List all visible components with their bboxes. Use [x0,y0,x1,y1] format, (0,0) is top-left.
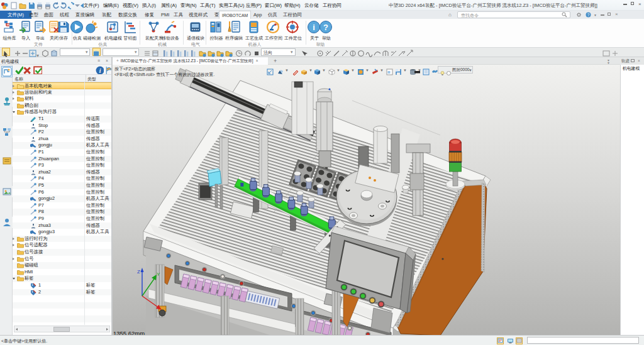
svg-text:按下<F2>动态的观察: 按下<F2>动态的观察 [114,66,155,72]
svg-text:i: i [99,67,101,74]
svg-text:?: ? [587,13,590,17]
svg-text:Z: Z [137,269,140,275]
svg-text:?: ? [323,23,328,32]
svg-text:1355.62mm: 1355.62mm [113,330,145,335]
svg-text:i: i [313,23,315,32]
svg-text:<F8>或者<Shift-roll> 查找下一个有效的过滤器: <F8>或者<Shift-roll> 查找下一个有效的过滤器设置. [114,72,214,77]
svg-text:Y: Y [157,271,160,277]
